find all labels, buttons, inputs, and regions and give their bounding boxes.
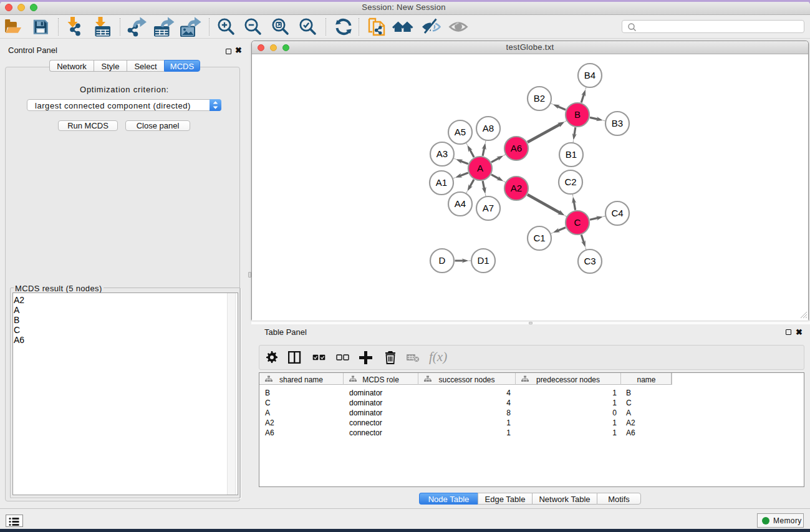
svg-text:C: C — [574, 217, 581, 228]
svg-text:B4: B4 — [584, 70, 595, 80]
svg-text:A8: A8 — [483, 123, 494, 133]
svg-text:C3: C3 — [584, 256, 595, 266]
svg-text:A3: A3 — [436, 148, 448, 159]
svg-text:A7: A7 — [483, 203, 494, 213]
svg-text:A: A — [477, 163, 483, 173]
svg-text:A2: A2 — [511, 183, 522, 193]
svg-text:C2: C2 — [564, 177, 576, 187]
svg-text:B1: B1 — [566, 149, 577, 160]
svg-text:C1: C1 — [533, 233, 545, 243]
svg-text:A4: A4 — [455, 198, 466, 209]
svg-text:C4: C4 — [611, 208, 623, 218]
svg-text:D: D — [439, 255, 446, 266]
svg-text:A6: A6 — [511, 143, 522, 153]
svg-text:B: B — [574, 109, 581, 120]
svg-text:B3: B3 — [612, 118, 623, 128]
svg-text:B2: B2 — [534, 93, 545, 104]
svg-text:A5: A5 — [455, 127, 466, 137]
svg-text:A1: A1 — [436, 177, 447, 188]
svg-text:D1: D1 — [477, 255, 489, 266]
